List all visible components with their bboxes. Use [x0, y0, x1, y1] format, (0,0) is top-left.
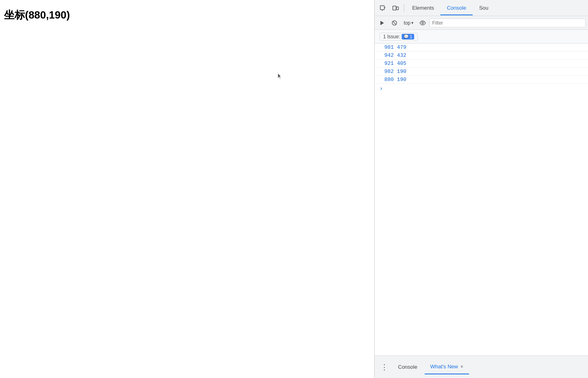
bottom-tab-console[interactable]: Console — [392, 360, 423, 374]
devtools-bottom-bar: ⋮ Console What's New × — [375, 355, 588, 378]
svg-point-9 — [422, 22, 423, 24]
bottom-tab-whats-new-label: What's New — [430, 363, 458, 370]
console-prompt-row: › — [375, 84, 588, 93]
device-toolbar-button[interactable] — [389, 2, 402, 15]
clear-console-button[interactable] — [389, 18, 400, 28]
log-entry-1: 942 432 — [375, 52, 588, 60]
issues-bar: 1 Issue: 💬 1 — [375, 30, 588, 44]
svg-line-8 — [393, 21, 396, 25]
svg-rect-4 — [396, 7, 398, 10]
log-entry-0: 981 479 — [375, 44, 588, 52]
issues-button[interactable]: 1 Issue: 💬 1 — [379, 33, 418, 41]
cursor-icon — [276, 73, 283, 79]
tab-sources[interactable]: Sou — [473, 2, 495, 15]
context-selector-button[interactable]: top ▾ — [401, 19, 416, 27]
log-value-1: 942 432 — [384, 52, 407, 58]
coordinate-display: 坐标(880,190) — [4, 8, 70, 22]
bottom-bar-menu-button[interactable]: ⋮ — [378, 361, 391, 374]
bottom-tab-console-label: Console — [398, 364, 417, 370]
main-page: 坐标(880,190) — [0, 0, 374, 378]
tab-elements[interactable]: Elements — [406, 2, 440, 15]
log-entry-2: 921 405 — [375, 60, 588, 68]
run-snippet-button[interactable] — [377, 18, 388, 28]
log-value-4: 880 190 — [384, 77, 407, 83]
devtools-top-toolbar: Elements Console Sou — [375, 0, 588, 16]
log-value-0: 981 479 — [384, 44, 407, 50]
tab-console[interactable]: Console — [440, 2, 473, 15]
console-toolbar: top ▾ — [375, 16, 588, 30]
bottom-tab-close-button[interactable]: × — [461, 364, 463, 370]
console-prompt-chevron[interactable]: › — [379, 85, 383, 92]
issues-count: 1 — [410, 34, 412, 39]
devtools-panel: Elements Console Sou top ▾ — [374, 0, 588, 378]
svg-rect-0 — [380, 6, 384, 10]
context-selector-label: top — [404, 20, 411, 26]
console-output[interactable]: 981 479 942 432 921 405 982 190 880 190 … — [375, 44, 588, 355]
bottom-tab-whats-new[interactable]: What's New × — [425, 360, 469, 374]
svg-marker-5 — [381, 21, 384, 25]
issues-label: 1 Issue: — [383, 34, 400, 39]
issues-badge: 💬 1 — [402, 34, 414, 39]
toolbar-separator-1 — [404, 4, 404, 12]
log-entry-4: 880 190 — [375, 76, 588, 84]
inspect-element-button[interactable] — [376, 2, 389, 15]
live-expressions-button[interactable] — [417, 18, 428, 28]
chevron-down-icon: ▾ — [411, 21, 413, 25]
devtools-tabs: Elements Console Sou — [406, 0, 586, 16]
filter-input[interactable] — [430, 19, 586, 27]
issue-badge-icon: 💬 — [404, 34, 409, 39]
log-value-3: 982 190 — [384, 69, 407, 75]
log-entry-3: 982 190 — [375, 68, 588, 76]
svg-rect-3 — [393, 6, 396, 10]
log-value-2: 921 405 — [384, 60, 407, 66]
